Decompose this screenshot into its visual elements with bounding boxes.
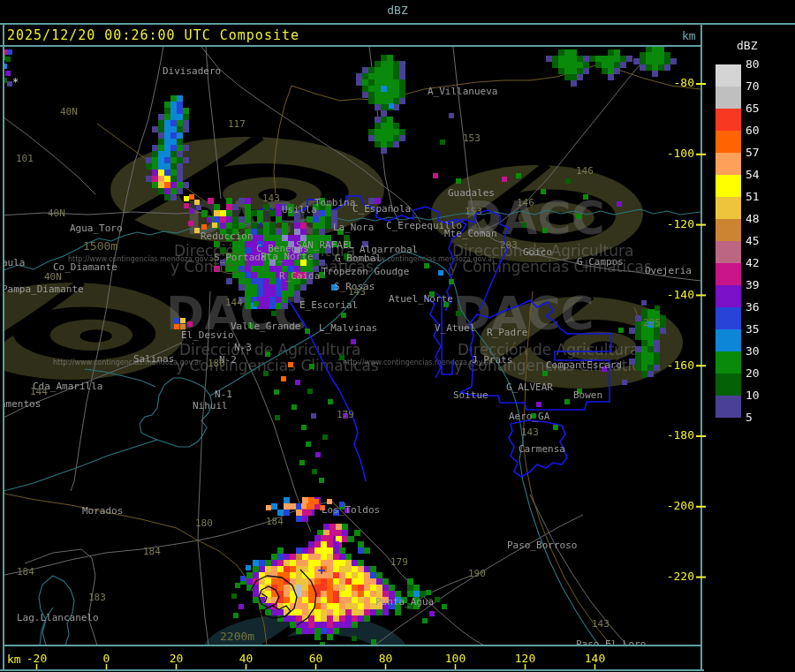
legend-label: 20 xyxy=(746,366,781,381)
legend-swatch xyxy=(716,351,741,374)
legend-label: 5 xyxy=(746,411,781,425)
dbz-legend: dBZ 807065605754514845423936353020105 xyxy=(705,0,795,672)
legend-label: 35 xyxy=(746,322,781,336)
legend-swatch xyxy=(716,241,741,263)
legend-swatch xyxy=(716,374,741,396)
legend-swatch xyxy=(716,87,741,109)
page-title: dBZ xyxy=(0,4,795,17)
legend-swatch xyxy=(716,329,741,351)
legend-label: 10 xyxy=(746,389,781,403)
timestamp: 2025/12/20 00:26:00 UTC Composite xyxy=(7,27,299,43)
legend-label: 60 xyxy=(746,124,781,138)
legend-swatch xyxy=(716,175,741,197)
legend-swatch xyxy=(716,64,741,87)
legend-label: 65 xyxy=(746,102,781,116)
legend-label: 80 xyxy=(746,57,781,72)
radar-map-canvas xyxy=(0,0,795,672)
legend-swatch xyxy=(716,285,741,307)
legend-label: 39 xyxy=(746,278,781,292)
legend-label: 51 xyxy=(746,190,781,204)
legend-label: 36 xyxy=(746,300,781,314)
legend-label: 48 xyxy=(746,212,781,226)
legend-swatch xyxy=(716,396,741,418)
legend-swatch xyxy=(716,263,741,285)
legend-label: 70 xyxy=(746,79,781,94)
legend-title: dBZ xyxy=(737,39,757,52)
legend-swatch xyxy=(716,219,741,241)
legend-swatch xyxy=(716,197,741,219)
legend-swatch xyxy=(716,307,741,329)
legend-label: 42 xyxy=(746,256,781,270)
legend-swatch xyxy=(716,131,741,153)
legend-swatch xyxy=(716,153,741,175)
legend-label: 30 xyxy=(746,344,781,359)
legend-swatch xyxy=(716,109,741,131)
legend-label: 57 xyxy=(746,146,781,160)
legend-label: 45 xyxy=(746,234,781,248)
top-axis-unit-label: km xyxy=(682,29,696,42)
legend-label: 54 xyxy=(746,168,781,182)
